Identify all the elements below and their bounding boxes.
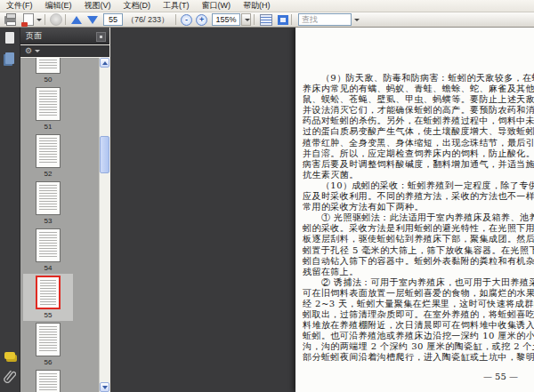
thumbnail-label: 54 [44,264,53,272]
menu-item-2[interactable]: 视图(V) [78,0,117,12]
thumbnail-page-preview [36,181,61,215]
text-line: ② 诱捕法：可用于室内养殖床，也可用于大田养殖采收。 [303,277,534,288]
scroll-down-icon [102,386,108,389]
panel-collapse-button[interactable] [96,32,106,42]
text-line: 养床内常见的有螨、蚂蚁、青蛙、蟾蜍、蛇、麻雀及其他鸟类、 [303,84,534,94]
text-line: 蚓置于孔径 5 毫米的大筛上，筛下放收集容器。在光照下，蚯 [303,245,534,256]
menu-item-0[interactable]: 文件(F) [0,0,39,12]
text-line: 应及时采收利用。不同的养殖方法，采收的方法也不一样。 [303,191,534,202]
thumbnail-text-lines [39,58,57,70]
text-line: 残留在筛上。 [303,267,534,277]
menu-item-1[interactable]: 编辑(E) [39,0,78,12]
thumbnail-item[interactable]: 57 [23,368,73,392]
thumbnail-text-lines [40,280,56,305]
thumbnail-text-lines [39,232,57,259]
zoom-in-button[interactable]: + [196,14,207,26]
thumbnail-page-preview [36,323,61,356]
toolbar-divider [291,14,292,25]
next-page-icon [87,16,98,24]
text-line: 板逐层刮料，驱使蚯蚓钻到养殖床下部，聚集成团。然后把蚯 [303,234,534,244]
text-line: 并设法消灭它们，才能确保蚯蚓的高产。要预防农药和消毒 [303,105,534,116]
toolbar: 55 （76/ 233） - + 155% 查找 [0,12,534,28]
text-line: 蚓的采收。采收方法是利用蚯蚓的避光特性，在光照下用刮 [303,223,534,234]
page-number-input[interactable]: 55 [103,13,123,26]
thumbnail-text-lines [39,138,57,164]
panel-options-bar: ⚙ [20,45,109,57]
menu-item-6[interactable]: 帮助(H) [237,0,277,12]
text-line: 蚓取出，过筛清理杂质即可。在室外养殖的，将蚯蚓喜吃的饲 [303,309,534,320]
zoom-dropdown-button[interactable] [241,13,251,26]
zoom-level-input[interactable]: 155% [212,13,240,26]
text-line: （10）成蚓的采收：蚯蚓养殖到一定程度，除了专供繁殖， [303,180,534,191]
text-line: 沟，沟的两端埋 2 个深约 30 厘米的陶瓷缸，或挖 2 个土坑， [303,341,534,352]
thumbnail-item[interactable]: 54 [23,227,73,274]
print-icon [4,16,16,24]
scroll-up-icon [102,61,108,65]
toolbar-divider [254,14,255,25]
page-number: — 55 — [295,372,518,381]
thumbnail-item[interactable]: 52 [23,132,73,180]
comments-panel-button[interactable] [3,348,17,363]
page-text: （9）防天敌、防毒和防病害：蚯蚓的天敌较多，在蚯蚓饲养床内常见的有螨、蚂蚁、青蛙… [295,28,534,364]
text-line: ① 光照驱蚓法：此法适用于室内养殖床及箱养、池养蚯 [303,212,534,223]
document-page: （9）防天敌、防毒和防病害：蚯蚓的天敌较多，在蚯蚓饲养床内常见的有螨、蚂蚁、青蛙… [295,28,534,392]
thumbnail-item[interactable]: 56 [23,321,73,368]
thumbnail-label: 52 [44,170,53,178]
text-line: 病害后要及时调整饲料酸碱度，翻料增加通气，并适当施禽用 [303,159,534,170]
text-line: 鼠、蜈蚣、苍蝇、壁虱、甲虫、蚂蟥等。要防止上述天敌的侵袭， [303,94,534,105]
text-line: 部分蚯蚓夜间沿着沟槽爬行，进入陶瓷缸或土坑中，黎明前 [303,352,534,363]
thumbnail-item[interactable]: 51 [23,85,73,132]
scroll-up-button[interactable] [100,58,109,68]
thumbnail-text-lines [39,91,57,117]
scrollbar-thumb[interactable] [100,136,109,173]
previous-page-button[interactable] [69,13,85,26]
attachments-panel-button[interactable] [3,369,17,383]
search-options-button[interactable] [352,13,360,26]
thumbnail-text-lines [39,373,57,392]
fullscreen-icon[interactable] [278,15,288,25]
thumbnail-list: 5051525354555657 [20,58,109,392]
email-export-button[interactable] [18,13,42,26]
text-line: 可在旧饲料表面放置一层蚯蚓喜爱的食物，如腐烂的水果等， [303,288,534,299]
thumbnail-label: 51 [44,123,53,131]
document-view[interactable]: （9）防天敌、防毒和防病害：蚯蚓的天敌较多，在蚯蚓饲养床内常见的有螨、蚂蚁、青蛙… [110,28,534,392]
next-page-button[interactable] [85,13,101,26]
thumbnail-text-lines [39,185,57,212]
pages-panel-title: 页面 [26,30,42,42]
chevron-down-icon [354,19,360,21]
gear-icon[interactable]: ⚙ [25,47,32,55]
thumbnail-page-preview [36,276,61,309]
prev-page-icon [71,16,82,24]
page-panel-button[interactable] [3,30,17,44]
panel-scrollbar[interactable] [99,58,109,392]
menu-item-5[interactable]: 窗口(W) [196,0,238,12]
comments-icon [4,352,15,359]
scroll-down-button[interactable] [100,382,109,392]
content-area: 页面 ⚙ 5051525354555657 （9）防天敌、防毒和防病害：蚯蚓的天… [0,28,534,392]
navigation-icon-strip [0,28,20,392]
thumbnail-item[interactable]: 55 [23,274,73,321]
thumbnail-item[interactable]: 50 [23,58,73,85]
text-line: 蚓自动钻入筛下的容器中。蚯蚓外表黏附的粪粒和有机杂物 [303,256,534,267]
pages-icon [5,52,14,64]
thumbnail-label: 56 [44,358,53,366]
text-line: 并自溶。所以，应定期检查饲养床内的饲料，防止酸化。发现 [303,148,534,159]
chevron-down-icon [36,19,42,21]
menu-item-3[interactable]: 文档(D) [117,0,158,12]
text-line: 料堆放在养殖棚附近，次日清晨即可在饲料堆中收集诱入的 [303,320,534,331]
thumbnail-item[interactable]: 53 [23,180,73,227]
pages-thumbnails-button[interactable] [3,51,17,65]
print-button[interactable] [0,13,18,26]
text-line: 经 2~3 天，蚯蚓大量聚集在烂果里，这时可快速将成群的蚯 [303,299,534,309]
text-line: 药品对蚯蚓的杀伤。另外，在蚯蚓养殖过程中，饲料中未发酵 [303,116,534,126]
menu-item-4[interactable]: 工具(T) [157,0,196,12]
search-input[interactable]: 查找 [298,13,352,26]
thumbnail-page-preview [36,228,61,262]
fit-width-icon[interactable] [260,14,272,26]
paperclip-icon [4,369,16,383]
text-line: 殖带红肿、全身变黑、身体缩短，出现念珠结节，最后引起死亡 [303,138,534,148]
thumbnail-text-lines [39,326,57,353]
zoom-out-button[interactable]: - [181,14,192,26]
menu-bar: 文件(F)编辑(E)视图(V)文档(D)工具(T)窗口(W)帮助(H) [0,0,534,12]
globe-icon [50,13,62,26]
